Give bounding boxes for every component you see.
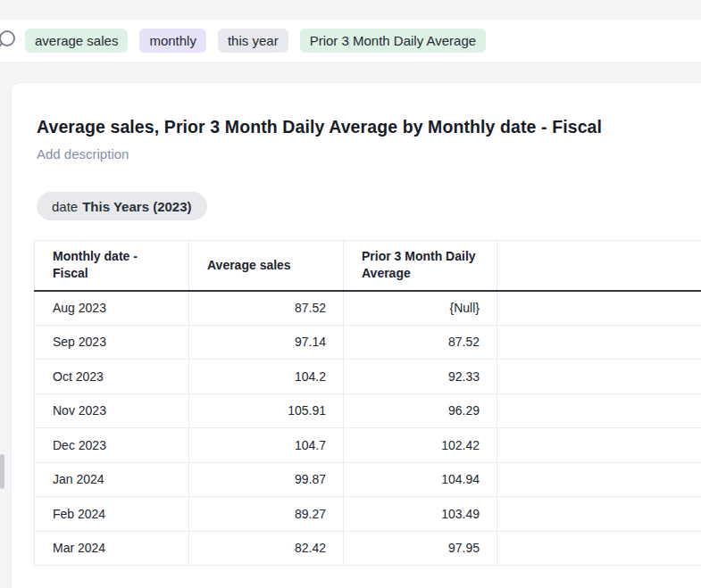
cell-empty: [497, 497, 701, 532]
cell-value[interactable]: 97.95: [344, 531, 497, 566]
cell-date[interactable]: Aug 2023: [35, 291, 189, 326]
cell-empty: [497, 531, 701, 566]
cell-value[interactable]: 103.49: [344, 497, 497, 532]
filter-chip-label: date: [52, 199, 78, 214]
cell-value[interactable]: 102.42: [344, 428, 497, 463]
cell-empty: [497, 325, 701, 360]
cell-value[interactable]: 82.42: [189, 531, 344, 566]
cell-date[interactable]: Oct 2023: [35, 360, 189, 394]
column-header[interactable]: Average sales: [189, 241, 344, 291]
cell-date[interactable]: Nov 2023: [35, 393, 189, 428]
cell-value[interactable]: {Null}: [344, 291, 497, 326]
cell-value[interactable]: 92.33: [344, 360, 497, 394]
cell-empty: [497, 462, 701, 497]
cell-value[interactable]: 87.52: [344, 325, 497, 360]
left-scrollbar-thumb[interactable]: [0, 454, 4, 489]
cell-date[interactable]: Jan 2024: [35, 462, 189, 497]
table-header-row: Monthly date - FiscalAverage salesPrior …: [35, 241, 701, 291]
results-table: Monthly date - FiscalAverage salesPrior …: [34, 240, 701, 566]
column-header[interactable]: Monthly date - Fiscal: [35, 241, 189, 291]
column-header[interactable]: Prior 3 Month Daily Average: [344, 241, 497, 291]
add-description-button[interactable]: Add description: [37, 145, 129, 163]
table-row: Nov 2023105.9196.29: [35, 393, 701, 428]
search-icon: [0, 28, 20, 54]
cell-value[interactable]: 87.52: [189, 291, 344, 326]
cell-value[interactable]: 99.87: [189, 462, 344, 497]
table-row: Oct 2023104.292.33: [35, 360, 701, 394]
table-header: Monthly date - FiscalAverage salesPrior …: [35, 241, 701, 291]
answer-title: Average sales, Prior 3 Month Daily Avera…: [37, 116, 602, 137]
search-token[interactable]: monthly: [139, 29, 206, 53]
search-token[interactable]: Prior 3 Month Daily Average: [300, 29, 486, 53]
cell-value[interactable]: 96.29: [344, 393, 497, 428]
table-row: Sep 202397.1487.52: [35, 325, 701, 360]
cell-empty: [497, 360, 701, 394]
cell-value[interactable]: 97.14: [189, 325, 344, 360]
table-row: Aug 202387.52{Null}: [35, 291, 701, 326]
date-filter-chip[interactable]: date This Years (2023): [37, 192, 207, 220]
cell-value[interactable]: 105.91: [189, 393, 344, 428]
cell-value[interactable]: 104.2: [189, 360, 344, 394]
cell-date[interactable]: Mar 2024: [35, 531, 189, 566]
cell-date[interactable]: Feb 2024: [35, 497, 189, 532]
cell-date[interactable]: Sep 2023: [35, 325, 189, 360]
search-bar[interactable]: average salesmonthlythis yearPrior 3 Mon…: [0, 20, 701, 62]
filter-chip-value: This Years (2023): [82, 199, 191, 214]
search-token[interactable]: average sales: [25, 29, 128, 53]
cell-value[interactable]: 104.94: [344, 462, 497, 497]
table-row: Feb 202489.27103.49: [35, 497, 701, 532]
cell-empty: [497, 428, 701, 463]
table-row: Jan 202499.87104.94: [35, 462, 701, 497]
table-body: Aug 202387.52{Null}Sep 202397.1487.52Oct…: [35, 291, 701, 566]
cell-empty: [497, 291, 701, 326]
search-token[interactable]: this year: [218, 29, 288, 53]
answer-card: Average sales, Prior 3 Month Daily Avera…: [11, 82, 701, 588]
table-row: Dec 2023104.7102.42: [35, 428, 701, 463]
table-row: Mar 202482.4297.95: [35, 531, 701, 566]
results-table-container: Monthly date - FiscalAverage salesPrior …: [34, 240, 701, 566]
column-header-empty: [497, 241, 701, 291]
search-tokens: average salesmonthlythis yearPrior 3 Mon…: [25, 29, 486, 53]
cell-date[interactable]: Dec 2023: [35, 428, 189, 463]
cell-value[interactable]: 89.27: [189, 497, 344, 532]
cell-value[interactable]: 104.7: [189, 428, 344, 463]
cell-empty: [497, 393, 701, 428]
